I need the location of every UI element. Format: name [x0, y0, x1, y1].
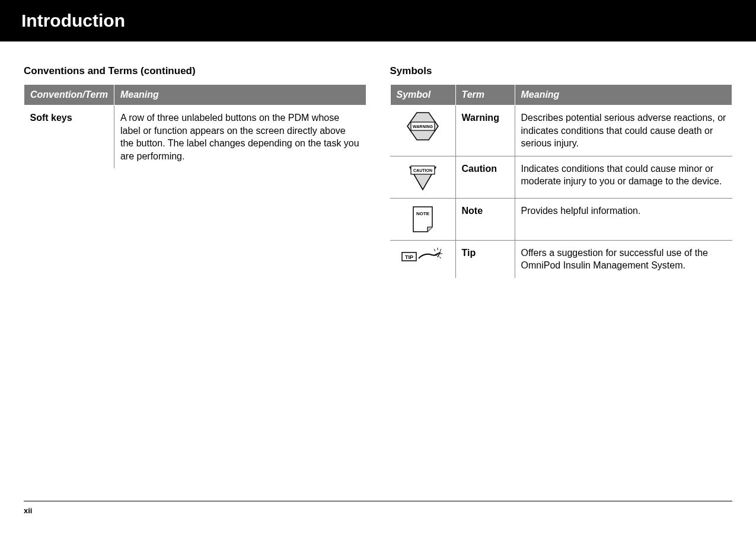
- right-column: Symbols Symbol Term Meaning WARNING: [390, 65, 733, 278]
- svg-line-9: [439, 257, 441, 258]
- svg-line-7: [440, 249, 441, 251]
- term-cell: Note: [455, 198, 515, 240]
- tip-icon: TIP: [401, 247, 445, 267]
- table-row: Soft keys A row of three unlabeled butto…: [24, 105, 366, 169]
- page-title: Introduction: [21, 11, 756, 31]
- th-term: Term: [455, 85, 515, 105]
- table-row: CAUTION Caution Indicates conditions tha…: [390, 156, 732, 198]
- conventions-heading: Conventions and Terms (continued): [24, 65, 366, 77]
- th-symbol: Symbol: [390, 85, 455, 105]
- meaning-cell: Provides helpful information.: [515, 198, 732, 240]
- content-area: Conventions and Terms (continued) Conven…: [0, 41, 756, 278]
- symbol-cell: WARNING: [390, 105, 455, 156]
- th-meaning: Meaning: [114, 85, 366, 105]
- term-cell: Tip: [455, 240, 515, 278]
- table-row: WARNING Warning Describes potential seri…: [390, 105, 732, 156]
- tip-icon-label: TIP: [405, 254, 413, 260]
- note-icon-label: NOTE: [416, 211, 430, 216]
- meaning-cell: A row of three unlabeled buttons on the …: [114, 105, 366, 169]
- term-cell: Caution: [455, 156, 515, 198]
- meaning-cell: Describes potential serious adverse reac…: [515, 105, 732, 156]
- footer: xii: [24, 501, 732, 515]
- table-row: NOTE Note Provides helpful information.: [390, 198, 732, 240]
- th-meaning: Meaning: [515, 85, 732, 105]
- term-cell: Soft keys: [24, 105, 114, 169]
- symbols-table: Symbol Term Meaning WARNING Warning: [390, 84, 733, 278]
- table-row: TIP Tip Offers a suggestion for successf…: [390, 240, 732, 278]
- caution-icon-label: CAUTION: [413, 168, 432, 172]
- header-band: Introduction: [0, 0, 756, 41]
- th-convention-term: Convention/Term: [24, 85, 114, 105]
- conventions-table: Convention/Term Meaning Soft keys A row …: [24, 84, 366, 168]
- note-icon: NOTE: [410, 204, 436, 234]
- term-cell: Warning: [455, 105, 515, 156]
- warning-icon-label: WARNING: [413, 124, 433, 129]
- left-column: Conventions and Terms (continued) Conven…: [24, 65, 366, 278]
- caution-icon: CAUTION: [406, 162, 439, 192]
- symbol-cell: CAUTION: [390, 156, 455, 198]
- symbol-cell: TIP: [390, 240, 455, 278]
- svg-line-5: [434, 249, 435, 251]
- meaning-cell: Offers a suggestion for successful use o…: [515, 240, 732, 278]
- warning-icon: WARNING: [406, 111, 439, 141]
- symbols-heading: Symbols: [390, 65, 733, 77]
- meaning-cell: Indicates conditions that could cause mi…: [515, 156, 732, 198]
- symbol-cell: NOTE: [390, 198, 455, 240]
- page-number: xii: [24, 506, 32, 515]
